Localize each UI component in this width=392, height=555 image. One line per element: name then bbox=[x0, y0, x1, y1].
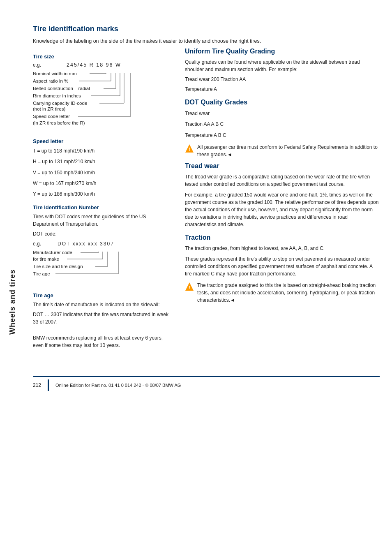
footer-divider bbox=[48, 379, 49, 391]
tire-age-para1: DOT … 3307 indicates that the tire was m… bbox=[33, 311, 173, 326]
tire-code: 245/45 R 18 96 W bbox=[67, 62, 121, 68]
tire-size-title: Tire size bbox=[33, 53, 173, 60]
svg-text:(not in ZR tires): (not in ZR tires) bbox=[33, 106, 65, 111]
sidebar-label: Wheels and tires bbox=[8, 269, 17, 335]
warning-triangle-icon: ! bbox=[185, 144, 194, 153]
tread-wear-para1: For example, a tire graded 150 would wea… bbox=[185, 191, 380, 228]
svg-text:Nominal width in mm: Nominal width in mm bbox=[33, 71, 77, 76]
uniform-quality-para1: Tread wear 200 Traction AA bbox=[185, 76, 380, 83]
speed-letter-title: Speed letter bbox=[33, 138, 173, 144]
dot-quality-item1: Traction AA A B C bbox=[185, 120, 380, 128]
dot-svg: Manufacturer code for tire make Tire siz… bbox=[33, 248, 148, 285]
svg-text:for tire make: for tire make bbox=[33, 257, 59, 261]
left-column: Tire size e.g. 245/45 R 18 96 W Nominal … bbox=[33, 48, 173, 352]
tread-wear-para0: The tread wear grade is a comparative ra… bbox=[185, 173, 380, 188]
traction-para1: These grades represent the tire's abilit… bbox=[185, 255, 380, 278]
traction-warning-icon: ! bbox=[185, 282, 194, 291]
dot-eg-label: e.g. bbox=[33, 241, 46, 247]
uniform-quality-title: Uniform Tire Quality Grading bbox=[185, 48, 380, 55]
speed-letter-list: T = up to 118 mph/190 km/h H = up to 131… bbox=[33, 147, 173, 199]
right-column: Uniform Tire Quality Grading Quality gra… bbox=[185, 48, 380, 352]
speed-item-0: T = up to 118 mph/190 km/h bbox=[33, 147, 173, 155]
svg-text:Belted construction – radial: Belted construction – radial bbox=[33, 86, 90, 91]
tire-size-svg: Nominal width in mm Aspect ratio in % Be… bbox=[33, 69, 160, 131]
speed-item-1: H = up to 131 mph/210 km/h bbox=[33, 157, 173, 166]
tire-id-para1: Tires with DOT codes meet the guidelines… bbox=[33, 213, 173, 228]
svg-text:Rim diameter in inches: Rim diameter in inches bbox=[33, 93, 81, 98]
traction-para0: The traction grades, from highest to low… bbox=[185, 245, 380, 252]
tread-wear-title: Tread wear bbox=[185, 162, 380, 170]
traction-warning-text: The traction grade assigned to this tire… bbox=[197, 282, 380, 304]
page-main-title: Tire identification marks bbox=[33, 25, 380, 33]
main-content: Tire identification marks Knowledge of t… bbox=[25, 0, 392, 555]
tire-size-diagram: e.g. 245/45 R 18 96 W Nominal width in m… bbox=[33, 62, 173, 132]
dot-label: DOT code: bbox=[33, 230, 173, 238]
dot-code: DOT xxxx xxx 3307 bbox=[58, 241, 114, 247]
svg-text:Tire size and tire design: Tire size and tire design bbox=[33, 264, 83, 269]
svg-text:Tire age: Tire age bbox=[33, 271, 50, 276]
footer: 212 Online Edition for Part no. 01 41 0 … bbox=[33, 376, 380, 391]
svg-text:Carrying capacity ID-code: Carrying capacity ID-code bbox=[33, 101, 87, 106]
dot-quality-title: DOT Quality Grades bbox=[185, 99, 380, 106]
speed-item-4: Y = up to 186 mph/300 km/h bbox=[33, 190, 173, 198]
sidebar: Wheels and tires bbox=[0, 0, 25, 555]
svg-text:Aspect ratio in %: Aspect ratio in % bbox=[33, 79, 68, 83]
speed-item-3: W = up to 167 mph/270 km/h bbox=[33, 179, 173, 187]
svg-text:Manufacturer code: Manufacturer code bbox=[33, 250, 72, 255]
dot-quality-item0: Tread wear bbox=[185, 109, 380, 118]
svg-text:(in ZR tires before the R): (in ZR tires before the R) bbox=[33, 120, 85, 125]
uniform-quality-para2: Temperature A bbox=[185, 86, 380, 93]
dot-quality-item2: Temperature A B C bbox=[185, 131, 380, 139]
intro-text: Knowledge of the labeling on the side of… bbox=[33, 37, 380, 45]
svg-text:!: ! bbox=[189, 147, 190, 152]
traction-warning: ! The traction grade assigned to this ti… bbox=[185, 282, 380, 304]
tire-age-title: Tire age bbox=[33, 292, 173, 298]
two-columns: Tire size e.g. 245/45 R 18 96 W Nominal … bbox=[33, 48, 380, 352]
footer-text: Online Edition for Part no. 01 41 0 014 … bbox=[55, 383, 181, 388]
footer-page-num: 212 bbox=[33, 382, 41, 388]
svg-text:Speed code letter: Speed code letter bbox=[33, 114, 70, 119]
dot-warning-text: All passenger car tires must conform to … bbox=[197, 143, 380, 158]
dot-warning: ! All passenger car tires must conform t… bbox=[185, 143, 380, 158]
tire-age-para2: BMW recommends replacing all tires at le… bbox=[33, 334, 173, 349]
speed-item-2: V = up to 150 mph/240 km/h bbox=[33, 169, 173, 177]
traction-title: Traction bbox=[185, 234, 380, 241]
dot-diagram: e.g. DOT xxxx xxx 3307 Manufacturer code… bbox=[33, 241, 173, 287]
uniform-quality-para0: Quality grades can be found where applic… bbox=[185, 58, 380, 73]
tire-eg-label: e.g. bbox=[33, 62, 46, 68]
tire-age-para0: The tire's date of manufacture is indica… bbox=[33, 301, 173, 308]
svg-text:!: ! bbox=[189, 285, 190, 290]
tire-id-title: Tire Identification Number bbox=[33, 204, 173, 210]
page: Wheels and tires Tire identification mar… bbox=[0, 0, 392, 555]
